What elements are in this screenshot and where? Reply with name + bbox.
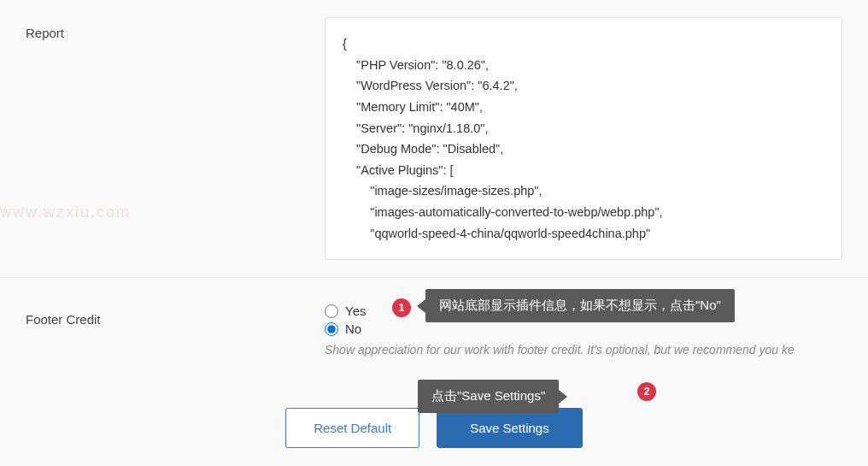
radio-no-row: No — [325, 321, 842, 336]
radio-no[interactable] — [325, 322, 338, 336]
save-settings-button[interactable]: Save Settings — [437, 408, 583, 448]
annotation-badge-1: 1 — [392, 298, 411, 317]
radio-no-label[interactable]: No — [345, 321, 361, 336]
report-content-wrap: { "PHP Version": "8.0.26", "WordPress Ve… — [325, 17, 842, 260]
annotation-tooltip-2: 点击"Save Settings" — [418, 380, 559, 413]
footer-credit-label: Footer Credit — [26, 304, 325, 357]
annotation-badge-2: 2 — [637, 382, 656, 401]
footer-credit-help: Show appreciation for our work with foot… — [325, 343, 842, 357]
report-textarea[interactable]: { "PHP Version": "8.0.26", "WordPress Ve… — [325, 17, 842, 260]
reset-default-button[interactable]: Reset Default — [285, 408, 419, 448]
report-section: Report { "PHP Version": "8.0.26", "WordP… — [0, 0, 868, 278]
radio-yes-label[interactable]: Yes — [345, 304, 366, 318]
radio-yes[interactable] — [325, 304, 338, 318]
annotation-tooltip-1: 网站底部显示插件信息，如果不想显示，点击"No" — [425, 289, 735, 322]
report-label: Report — [26, 17, 325, 260]
